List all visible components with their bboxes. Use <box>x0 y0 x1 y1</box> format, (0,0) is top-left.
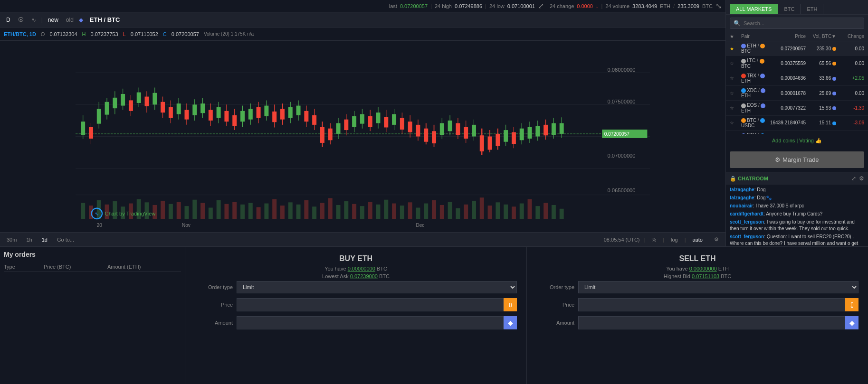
svg-rect-37 <box>272 199 277 219</box>
svg-rect-56 <box>424 204 428 219</box>
tab-eth[interactable]: ETH <box>801 4 823 14</box>
sell-price-input: ₿ <box>578 298 858 311</box>
expand-button[interactable]: ⤢ <box>538 1 544 10</box>
svg-rect-183 <box>512 132 516 144</box>
svg-rect-57 <box>432 200 436 219</box>
svg-text:0.07200057: 0.07200057 <box>604 131 630 137</box>
add-coins-link[interactable]: Add coins | Voting 👍 <box>726 134 868 148</box>
svg-rect-67 <box>512 206 516 219</box>
sell-amount-field[interactable] <box>578 316 845 329</box>
last-price: 0.07200057 <box>400 3 428 9</box>
svg-rect-187 <box>528 127 532 139</box>
svg-rect-127 <box>288 107 293 118</box>
log-button[interactable]: log <box>668 236 681 244</box>
ohlc-o-label: O <box>41 31 45 37</box>
star-icon[interactable]: ☆ <box>730 120 739 125</box>
svg-rect-171 <box>464 127 468 139</box>
buy-price-field[interactable] <box>237 298 504 311</box>
percent-button[interactable]: % <box>649 236 659 244</box>
svg-rect-53 <box>400 206 404 219</box>
svg-rect-179 <box>496 134 500 146</box>
svg-rect-49 <box>368 202 372 219</box>
fullscreen-button[interactable]: ⤡ <box>715 1 722 10</box>
auto-button[interactable]: auto <box>690 236 706 244</box>
market-row[interactable]: ☆ BTC / USDC 16439.21840745 15.11 -3.06 <box>726 116 868 131</box>
old-button[interactable]: old <box>64 16 76 24</box>
tab-btc[interactable]: BTC <box>778 4 801 14</box>
orders-header: Type Price (BTC) Amount (ETH) <box>4 262 181 272</box>
buy-title: BUY ETH <box>195 254 517 263</box>
buy-amount-input: ◆ <box>237 316 517 329</box>
market-row[interactable]: ☆ LTC / BTC 0.00375559 65.56 0.00 <box>726 56 868 71</box>
buy-amount-coin-badge: ◆ <box>504 316 517 329</box>
line-button[interactable]: ∿ <box>29 16 38 24</box>
tab-all-markets[interactable]: ALL MARKETS <box>730 4 778 14</box>
svg-rect-70 <box>535 206 540 219</box>
interval-1h[interactable]: 1h <box>23 236 35 244</box>
svg-rect-59 <box>448 202 452 219</box>
chat-message: scott_ferguson: I was going to buy one f… <box>730 219 864 232</box>
svg-rect-113 <box>232 115 237 126</box>
svg-rect-157 <box>408 122 412 132</box>
star-icon[interactable]: ☆ <box>730 91 739 96</box>
goto-button[interactable]: Go to... <box>54 236 77 244</box>
star-icon[interactable]: ☆ <box>730 61 739 66</box>
svg-rect-97 <box>169 107 173 118</box>
orders-col-amount: Amount (ETH) <box>107 264 181 270</box>
svg-rect-123 <box>272 112 277 122</box>
sell-price-field[interactable] <box>578 298 845 311</box>
svg-rect-38 <box>280 206 285 219</box>
sell-order-type-input: Limit Market Stop-Limit <box>578 281 858 293</box>
buy-amount-field[interactable] <box>237 316 504 329</box>
sell-amount-coin-badge: ◆ <box>845 316 858 329</box>
margin-trade-button[interactable]: ⚙ Margin Trade <box>730 151 864 168</box>
chat-text: : I have 37.000 $ of xrpc <box>753 203 804 208</box>
market-rows: ★ ETH / BTC 0.07200057 235.30 0.00 ☆ LTC… <box>726 41 868 134</box>
sell-order-type-select[interactable]: Limit Market Stop-Limit <box>578 281 858 293</box>
star-icon[interactable]: ☆ <box>730 105 739 111</box>
separator1: | <box>430 3 432 9</box>
star-icon[interactable]: ★ <box>730 46 739 51</box>
market-search-input[interactable] <box>730 18 864 29</box>
change-cell: -1.30 <box>838 105 864 111</box>
chart-canvas[interactable]: 0.08000000 0.07500000 0.07000000 0.06500… <box>0 41 725 232</box>
ohlc-l-val: 0.07110052 <box>131 31 158 37</box>
bottom-section: My orders Type Price (BTC) Amount (ETH) … <box>0 246 868 384</box>
svg-rect-181 <box>504 130 508 142</box>
market-row[interactable]: ☆ EOS / ETH 0.00077322 15.93 -1.30 <box>726 101 868 115</box>
separator4: / <box>673 3 675 9</box>
buy-amount-label: Amount <box>195 320 233 326</box>
buy-order-type-select[interactable]: Limit Market Stop-Limit <box>237 281 517 293</box>
market-row[interactable]: ☆ XDC / ETH 0.00001678 25.69 0.00 <box>726 86 868 101</box>
svg-rect-99 <box>177 103 181 114</box>
chat-message: talzagaghe: Dog🐾 <box>730 195 864 201</box>
candle-button[interactable]: ⦿ <box>16 16 26 24</box>
d-button[interactable]: D <box>4 16 13 24</box>
orders-col-type: Type <box>4 264 42 270</box>
chatroom-settings-icon[interactable]: ⚙ <box>859 175 864 182</box>
sell-order-type-label: Order type <box>536 284 574 290</box>
buy-you-have: You have 0.00000000 BTC <box>195 266 517 272</box>
svg-rect-72 <box>552 205 556 219</box>
chart-toolbar: D ⦿ ∿ | new old ◆ ETH / BTC <box>0 12 725 28</box>
svg-text:Dec: Dec <box>416 223 424 228</box>
market-row[interactable]: ★ ETH / BTC 0.07200057 235.30 0.00 <box>726 41 868 56</box>
svg-rect-32 <box>232 202 237 219</box>
ohlc-c-label: C <box>163 31 167 37</box>
svg-text:Nov: Nov <box>182 223 191 228</box>
ohlc-h-label: H <box>82 31 86 37</box>
buy-price-coin-badge: ₿ <box>504 298 517 311</box>
svg-rect-175 <box>480 135 484 151</box>
chatroom-expand-icon[interactable]: ⤢ <box>851 175 856 182</box>
market-row[interactable]: ☆ TRX / ETH 0.00004636 33.66 +2.05 <box>726 71 868 86</box>
new-button[interactable]: new <box>46 16 61 24</box>
svg-rect-28 <box>200 203 205 219</box>
market-table-header: ★ Pair Price Vol, BTC▼ Change <box>726 32 868 41</box>
interval-30m[interactable]: 30m <box>4 236 19 244</box>
star-icon[interactable]: ☆ <box>730 75 739 81</box>
market-row[interactable]: ☆ ETH / USDC 1248.80636378 14.04 +5.64 <box>726 131 868 134</box>
settings-icon[interactable]: ⚙ <box>711 235 722 244</box>
interval-1d[interactable]: 1d <box>39 236 50 244</box>
orders-col-price: Price (BTC) <box>44 264 105 270</box>
orders-panel: My orders Type Price (BTC) Amount (ETH) <box>0 247 185 384</box>
